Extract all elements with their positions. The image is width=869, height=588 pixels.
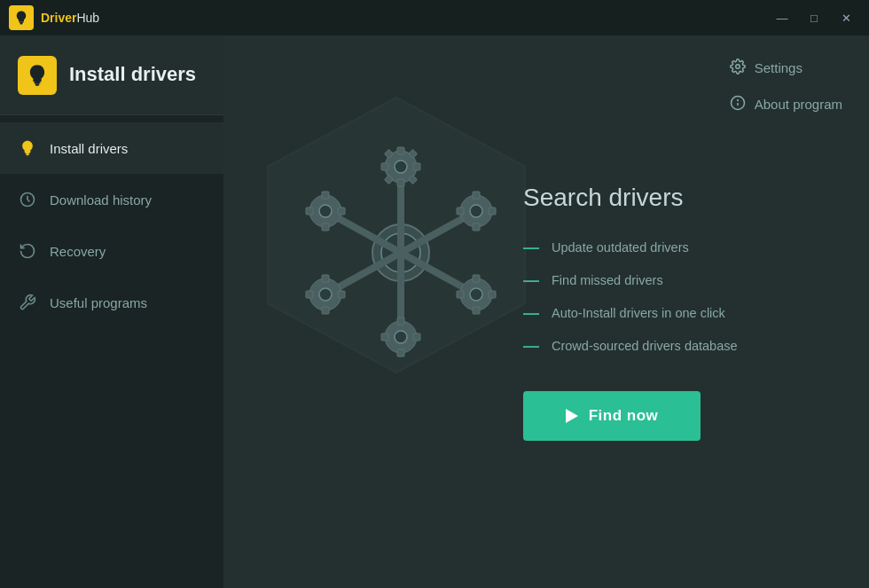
feature-dash: — <box>523 239 539 257</box>
close-button[interactable]: ✕ <box>832 5 860 30</box>
maximize-button[interactable]: □ <box>800 5 828 30</box>
window-controls: — □ ✕ <box>768 5 860 30</box>
play-icon <box>566 409 578 423</box>
sidebar: Install drivers Install drivers <box>0 35 223 588</box>
titlebar-left: DriverHub <box>9 5 99 30</box>
svg-point-28 <box>395 161 407 173</box>
svg-rect-45 <box>457 208 464 215</box>
feature-text: Update outdated drivers <box>552 240 689 255</box>
search-title: Search drivers <box>523 184 825 212</box>
sidebar-item-label: Useful programs <box>50 295 147 310</box>
svg-rect-30 <box>397 318 404 325</box>
feature-item-4: — Crowd-sourced drivers database <box>523 337 825 356</box>
feature-text: Crowd-sourced drivers database <box>552 339 738 353</box>
svg-rect-2 <box>35 82 41 83</box>
svg-rect-4 <box>26 153 30 154</box>
sidebar-item-recovery[interactable]: Recovery <box>0 225 223 277</box>
svg-rect-48 <box>322 275 329 282</box>
svg-point-40 <box>319 205 332 217</box>
app-logo <box>9 5 34 30</box>
svg-rect-23 <box>381 163 388 170</box>
svg-rect-36 <box>322 192 329 199</box>
find-now-label: Find now <box>589 407 659 425</box>
feature-dash: — <box>523 304 539 323</box>
sidebar-item-install-drivers[interactable]: Install drivers <box>0 122 223 174</box>
svg-rect-5 <box>26 154 28 156</box>
svg-rect-21 <box>397 179 404 186</box>
svg-rect-57 <box>457 291 464 298</box>
app-title: DriverHub <box>41 11 99 25</box>
svg-rect-49 <box>322 307 329 314</box>
sidebar-item-label: Install drivers <box>50 141 128 156</box>
sidebar-item-download-history[interactable]: Download history <box>0 174 223 225</box>
sidebar-header: Install drivers <box>0 35 223 115</box>
sidebar-item-label: Download history <box>50 192 152 208</box>
find-now-button[interactable]: Find now <box>523 391 701 441</box>
feature-dash: — <box>523 271 539 290</box>
recovery-icon <box>18 241 37 261</box>
feature-list: — Update outdated drivers — Find missed … <box>523 239 825 356</box>
search-panel: Search drivers — Update outdated drivers… <box>479 35 869 588</box>
main-content: Settings About program Search drivers — <box>223 35 869 588</box>
svg-rect-37 <box>322 223 329 231</box>
svg-point-34 <box>395 331 407 343</box>
svg-rect-22 <box>413 163 420 170</box>
app-body: Install drivers Install drivers <box>0 35 869 588</box>
feature-item-1: — Update outdated drivers <box>523 239 825 257</box>
feature-text: Auto-Install drivers in one click <box>552 306 725 320</box>
clock-icon <box>18 190 37 209</box>
feature-item-3: — Auto-Install drivers in one click <box>523 304 825 323</box>
svg-rect-1 <box>20 23 23 25</box>
svg-rect-50 <box>338 291 345 298</box>
titlebar: DriverHub — □ ✕ <box>0 0 869 35</box>
svg-rect-31 <box>397 349 404 357</box>
wrench-icon <box>18 293 37 312</box>
svg-rect-39 <box>306 208 313 215</box>
feature-dash: — <box>523 337 539 356</box>
svg-rect-38 <box>338 208 345 215</box>
feature-item-2: — Find missed drivers <box>523 271 825 290</box>
svg-rect-51 <box>306 291 313 298</box>
svg-rect-33 <box>381 333 388 341</box>
sidebar-nav: Install drivers Download history <box>0 115 223 328</box>
svg-rect-20 <box>397 147 404 154</box>
sidebar-header-title: Install drivers <box>69 63 196 86</box>
svg-rect-3 <box>35 83 40 85</box>
sidebar-item-useful-programs[interactable]: Useful programs <box>0 277 223 328</box>
sidebar-logo <box>18 56 57 95</box>
sidebar-item-label: Recovery <box>50 244 106 259</box>
svg-point-52 <box>319 288 332 301</box>
feature-text: Find missed drivers <box>552 273 663 287</box>
svg-rect-32 <box>413 333 420 341</box>
svg-rect-0 <box>20 22 24 24</box>
driver-icon <box>18 138 37 158</box>
minimize-button[interactable]: — <box>768 5 796 30</box>
